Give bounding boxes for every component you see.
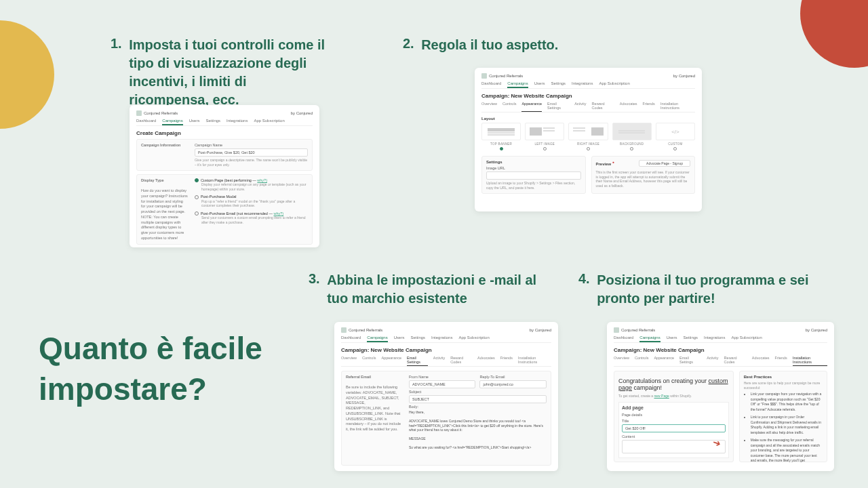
step-4: 4. Posiziona il tuo programma e sei pron… [578, 271, 836, 308]
decorative-circle-red [800, 0, 868, 68]
screenshot-1: Conjured Referralsby Conjured DashboardC… [130, 105, 319, 247]
step-3: 3. Abbina le impostazioni e -mail al tuo… [309, 271, 553, 308]
screenshot-3: Conjured Referralsby Conjured DashboardC… [334, 322, 558, 471]
screenshot-4: Conjured Referralsby Conjured DashboardC… [607, 322, 834, 471]
step-1: 1. Imposta i tuoi controlli come il tipo… [111, 36, 334, 109]
headline: Quanto è facileimpostare? [39, 329, 262, 410]
step-2: 2. Regola il tuo aspetto. [403, 36, 640, 54]
decorative-circle-yellow [0, 20, 54, 129]
screenshot-2: Conjured Referralsby Conjured DashboardC… [475, 68, 702, 211]
